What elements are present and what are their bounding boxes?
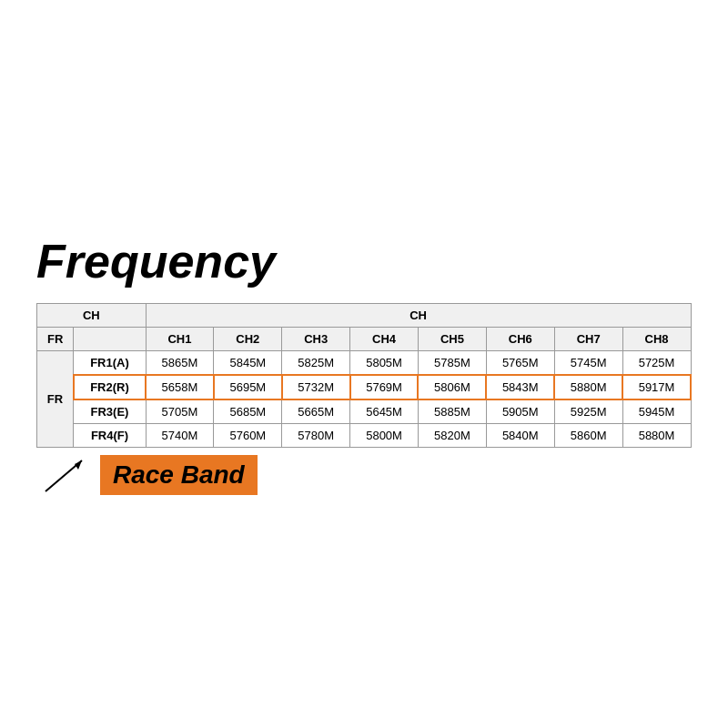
table-cell: 5745M: [554, 350, 622, 375]
col-header-ch5: CH5: [418, 327, 486, 350]
table-cell: 5785M: [418, 350, 486, 375]
col-header-ch6: CH6: [486, 327, 554, 350]
annotation-area: Race Band: [36, 455, 258, 495]
table-cell: 5917M: [622, 375, 691, 399]
table-cell: 5885M: [418, 399, 486, 424]
table-cell: 5645M: [350, 399, 419, 424]
table-cell: 5945M: [622, 399, 691, 424]
table-cell: 5705M: [146, 399, 214, 424]
table-cell: 5905M: [486, 399, 554, 424]
ch-top-right: CH: [146, 303, 691, 327]
col-header-ch7: CH7: [554, 327, 622, 350]
table-cell: 5845M: [214, 350, 282, 375]
col-header-ch3: CH3: [282, 327, 350, 350]
table-cell: 5685M: [214, 399, 282, 424]
table-cell: 5806M: [418, 375, 486, 399]
table-cell: 5740M: [146, 423, 214, 447]
row-label: FR2(R): [74, 375, 146, 399]
race-band-label: Race Band: [100, 455, 258, 495]
table-row: FR4(F)5740M5760M5780M5800M5820M5840M5860…: [37, 423, 692, 447]
svg-marker-1: [75, 460, 82, 470]
table-cell: 5820M: [418, 423, 486, 447]
col-header-ch4: CH4: [350, 327, 419, 350]
page-container: Frequency CH CH FR CH1 CH2 CH3 CH4 CH5 C…: [0, 0, 728, 728]
table-cell: 5805M: [350, 350, 419, 375]
table-cell: 5732M: [282, 375, 350, 399]
table-cell: 5765M: [486, 350, 554, 375]
table-cell: 5760M: [214, 423, 282, 447]
page-title: Frequency: [36, 234, 276, 288]
table-cell: 5769M: [350, 375, 419, 399]
col-header-ch2: CH2: [214, 327, 282, 350]
fr-group-cell: FR: [37, 350, 74, 447]
frequency-table: CH CH FR CH1 CH2 CH3 CH4 CH5 CH6 CH7 CH8…: [36, 303, 692, 448]
table-cell: 5725M: [622, 350, 691, 375]
table-cell: 5860M: [554, 423, 622, 447]
row-label: FR4(F): [74, 423, 146, 447]
row-label: FR3(E): [74, 399, 146, 424]
table-cell: 5880M: [554, 375, 622, 399]
table-row: FR3(E)5705M5685M5665M5645M5885M5905M5925…: [37, 399, 692, 424]
table-cell: 5840M: [486, 423, 554, 447]
table-cell: 5780M: [282, 423, 350, 447]
table-cell: 5800M: [350, 423, 419, 447]
col-header-ch1: CH1: [146, 327, 214, 350]
col-header-ch8: CH8: [622, 327, 691, 350]
table-cell: 5865M: [146, 350, 214, 375]
table-cell: 5658M: [146, 375, 214, 399]
table-row: FRFR1(A)5865M5845M5825M5805M5785M5765M57…: [37, 350, 692, 375]
table-row: FR2(R)5658M5695M5732M5769M5806M5843M5880…: [37, 375, 692, 399]
table-cell: 5665M: [282, 399, 350, 424]
ch-top-left: CH: [37, 303, 147, 327]
table-cell: 5825M: [282, 350, 350, 375]
table-header-row-1: CH CH: [37, 303, 692, 327]
fr-header: FR: [37, 327, 74, 350]
table-cell: 5695M: [214, 375, 282, 399]
table-cell: 5880M: [622, 423, 691, 447]
table-header-row-2: FR CH1 CH2 CH3 CH4 CH5 CH6 CH7 CH8: [37, 327, 692, 350]
table-cell: 5925M: [554, 399, 622, 424]
frequency-table-wrapper: CH CH FR CH1 CH2 CH3 CH4 CH5 CH6 CH7 CH8…: [36, 303, 692, 448]
row-label: FR1(A): [74, 350, 146, 375]
table-cell: 5843M: [486, 375, 554, 399]
table-body: FRFR1(A)5865M5845M5825M5805M5785M5765M57…: [37, 350, 692, 447]
fr-sub-header: [74, 327, 146, 350]
race-band-arrow: [36, 457, 91, 493]
